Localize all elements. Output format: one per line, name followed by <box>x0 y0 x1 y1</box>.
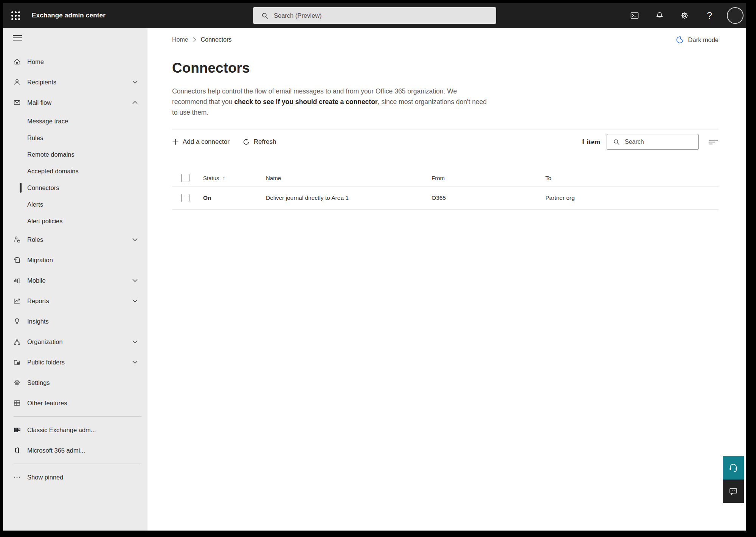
row-checkbox[interactable] <box>181 194 189 202</box>
comment-icon <box>728 486 738 496</box>
sidebar-item-public-folders[interactable]: Public folders <box>3 352 147 372</box>
sidebar-item-accepted-domains[interactable]: Accepted domains <box>3 163 147 179</box>
from-header-label: From <box>432 175 445 181</box>
global-search-box[interactable] <box>253 7 496 24</box>
list-search-input[interactable] <box>625 139 689 145</box>
page-description: Connectors help control the flow of emai… <box>172 86 494 118</box>
help-button[interactable]: ? <box>702 8 717 23</box>
sidebar-item-label: Connectors <box>27 184 59 191</box>
sidebar-item-migration[interactable]: Migration <box>3 250 147 270</box>
sidebar-item-mobile[interactable]: Mobile <box>3 270 147 291</box>
terminal-icon <box>630 11 639 20</box>
sidebar-item-label: Show pinned <box>27 474 63 481</box>
sidebar-item-alert-policies[interactable]: Alert policies <box>3 213 147 229</box>
select-all-checkbox[interactable] <box>181 174 189 182</box>
sidebar-item-label: Classic Exchange adm... <box>27 426 96 434</box>
sidebar-item-remote-domains[interactable]: Remote domains <box>3 146 147 163</box>
question-mark-icon: ? <box>707 10 712 21</box>
add-connector-button[interactable]: Add a connector <box>172 138 230 146</box>
sidebar-item-recipients[interactable]: Recipients <box>3 72 147 92</box>
sidebar-item-label: Recipients <box>27 79 56 86</box>
topbar-icons: ? <box>627 3 744 28</box>
page-title: Connectors <box>172 60 719 76</box>
feedback-button[interactable] <box>723 479 744 503</box>
column-header-name[interactable]: Name <box>257 175 422 181</box>
list-toolbar: Add a connector Refresh 1 item <box>172 129 719 154</box>
refresh-label: Refresh <box>254 138 276 146</box>
sort-ascending-icon: ↑ <box>223 175 225 181</box>
chevron-down-icon <box>132 279 138 282</box>
plus-icon <box>172 139 179 145</box>
settings-button[interactable] <box>677 8 692 23</box>
column-header-to[interactable]: To <box>536 175 719 181</box>
chevron-down-icon <box>132 361 138 364</box>
chevron-down-icon <box>132 238 138 241</box>
account-avatar[interactable] <box>727 7 744 24</box>
filter-button[interactable] <box>708 138 719 146</box>
row-status: On <box>194 195 257 201</box>
row-select-cell <box>172 194 194 202</box>
breadcrumb-home-link[interactable]: Home <box>172 36 188 43</box>
left-nav: Home Recipients <box>3 28 147 531</box>
sidebar-item-label: Microsoft 365 admi... <box>27 447 85 454</box>
breadcrumb-current: Connectors <box>201 36 232 43</box>
chevron-down-icon <box>132 81 138 84</box>
sidebar-item-reports[interactable]: Reports <box>3 291 147 311</box>
line-chart-icon <box>13 297 21 305</box>
to-header-label: To <box>545 175 551 181</box>
lightbulb-icon <box>13 318 21 325</box>
waffle-icon <box>11 11 20 20</box>
gear-icon <box>13 379 21 386</box>
person-briefcase-icon <box>13 236 21 243</box>
sidebar-item-settings[interactable]: Settings <box>3 372 147 393</box>
person-icon <box>13 78 21 86</box>
bell-icon <box>655 11 664 20</box>
sidebar-item-roles[interactable]: Roles <box>3 229 147 250</box>
floating-buttons <box>723 456 744 503</box>
sidebar-item-label: Settings <box>27 379 50 386</box>
org-chart-icon <box>13 338 21 346</box>
sidebar-item-label: Public folders <box>27 359 65 366</box>
chevron-down-icon <box>132 340 138 343</box>
column-header-status[interactable]: Status↑ <box>194 175 257 181</box>
column-header-from[interactable]: From <box>422 175 536 181</box>
sidebar-item-label: Alerts <box>27 201 43 208</box>
search-icon <box>261 12 269 19</box>
sidebar-item-other-features[interactable]: Other features <box>3 393 147 413</box>
home-icon <box>13 58 21 65</box>
headset-icon <box>728 462 739 473</box>
sidebar-item-m365-admin[interactable]: Microsoft 365 admi... <box>3 440 147 461</box>
sidebar-item-rules[interactable]: Rules <box>3 129 147 146</box>
app-launcher-button[interactable] <box>6 6 25 25</box>
sidebar-item-show-pinned[interactable]: Show pinned <box>3 467 147 487</box>
microsoft-365-logo-icon <box>13 447 21 454</box>
global-search-input[interactable] <box>274 12 478 19</box>
sidebar-item-message-trace[interactable]: Message trace <box>3 113 147 129</box>
sidebar-item-label: Other features <box>27 400 67 407</box>
exchange-admin-app: Exchange admin center <box>3 3 746 531</box>
notifications-button[interactable] <box>652 8 667 23</box>
table-icon <box>13 399 21 407</box>
sidebar-item-classic-exchange[interactable]: Classic Exchange adm... <box>3 420 147 440</box>
sidebar-item-label: Organization <box>27 338 63 346</box>
breadcrumb: Home Connectors Dark mode <box>172 28 719 45</box>
item-count: 1 item <box>581 138 600 146</box>
row-to: Partner org <box>536 195 719 201</box>
nav-collapse-button[interactable] <box>3 30 147 46</box>
sidebar-item-alerts[interactable]: Alerts <box>3 196 147 213</box>
sidebar-item-home[interactable]: Home <box>3 51 147 72</box>
check-connector-link[interactable]: check to see if you should create a conn… <box>234 98 377 106</box>
sidebar-item-connectors[interactable]: Connectors <box>3 179 147 196</box>
sidebar-item-mail-flow[interactable]: Mail flow <box>3 92 147 113</box>
sidebar-item-label: Rules <box>27 134 43 142</box>
powershell-button[interactable] <box>627 8 642 23</box>
sidebar-item-insights[interactable]: Insights <box>3 311 147 332</box>
status-header-label: Status <box>203 175 219 181</box>
sidebar-item-label: Roles <box>27 236 43 243</box>
support-button[interactable] <box>723 456 744 479</box>
refresh-button[interactable]: Refresh <box>242 138 276 146</box>
table-row[interactable]: On Deliver journal directly to Area 1 O3… <box>172 186 719 210</box>
dark-mode-toggle[interactable]: Dark mode <box>675 36 719 44</box>
sidebar-item-organization[interactable]: Organization <box>3 332 147 352</box>
list-search-box[interactable] <box>607 134 699 150</box>
